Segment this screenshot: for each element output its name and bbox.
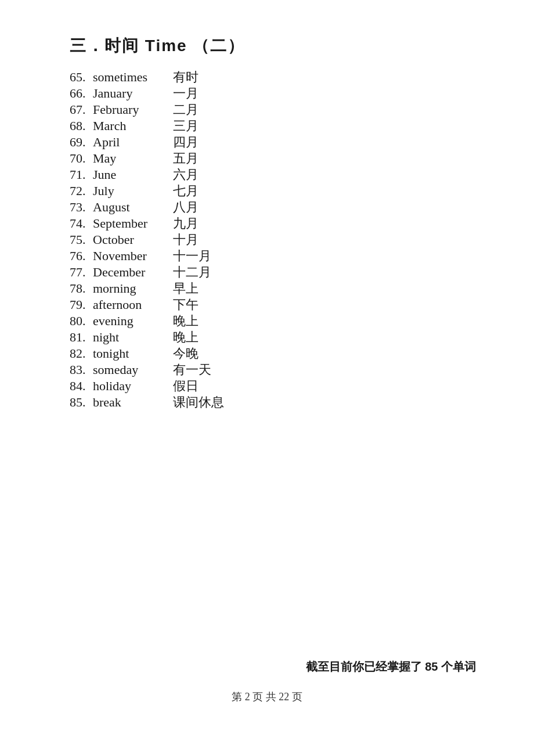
vocab-number: 84. bbox=[70, 380, 93, 393]
vocab-english: someday bbox=[93, 363, 168, 376]
footer-summary: 截至目前你已经掌握了 85 个单词 bbox=[306, 659, 476, 675]
vocab-item: 66.January一月 bbox=[70, 87, 476, 100]
vocab-english: evening bbox=[93, 315, 168, 327]
page-number: 第 2 页 共 22 页 bbox=[232, 690, 302, 704]
vocab-chinese: 晚上 bbox=[173, 331, 199, 344]
vocab-chinese: 今晚 bbox=[173, 347, 199, 360]
vocab-item: 65.sometimes有时 bbox=[70, 71, 476, 84]
vocab-item: 76.November十一月 bbox=[70, 250, 476, 262]
vocab-english: July bbox=[93, 185, 168, 197]
vocab-english: November bbox=[93, 250, 168, 262]
vocab-chinese: 十一月 bbox=[173, 250, 211, 262]
vocab-number: 67. bbox=[70, 103, 93, 116]
vocab-chinese: 一月 bbox=[173, 87, 199, 100]
vocab-english: night bbox=[93, 331, 168, 344]
vocab-english: March bbox=[93, 120, 168, 132]
vocab-chinese: 八月 bbox=[173, 201, 199, 214]
vocab-chinese: 十二月 bbox=[173, 266, 211, 279]
section-title: 三．时间 Time （二） bbox=[70, 35, 476, 57]
vocab-chinese: 七月 bbox=[173, 185, 199, 197]
vocab-number: 71. bbox=[70, 168, 93, 181]
vocab-chinese: 晚上 bbox=[173, 315, 199, 327]
vocab-english: break bbox=[93, 396, 168, 409]
vocab-number: 69. bbox=[70, 136, 93, 149]
vocab-number: 78. bbox=[70, 282, 93, 295]
vocab-item: 72.July七月 bbox=[70, 185, 476, 197]
vocab-item: 84.holiday假日 bbox=[70, 380, 476, 393]
vocab-number: 77. bbox=[70, 266, 93, 279]
vocab-english: June bbox=[93, 168, 168, 181]
vocab-number: 76. bbox=[70, 250, 93, 262]
vocab-chinese: 有一天 bbox=[173, 363, 211, 376]
vocab-english: holiday bbox=[93, 380, 168, 393]
vocab-item: 79.afternoon下午 bbox=[70, 298, 476, 311]
vocab-item: 67.February二月 bbox=[70, 103, 476, 116]
vocab-english: April bbox=[93, 136, 168, 149]
vocab-english: sometimes bbox=[93, 71, 168, 84]
vocab-number: 66. bbox=[70, 87, 93, 100]
vocab-english: September bbox=[93, 217, 168, 230]
vocab-chinese: 四月 bbox=[173, 136, 199, 149]
vocab-item: 69.April四月 bbox=[70, 136, 476, 149]
vocab-number: 80. bbox=[70, 315, 93, 327]
vocab-english: December bbox=[93, 266, 168, 279]
vocab-number: 79. bbox=[70, 298, 93, 311]
vocab-number: 82. bbox=[70, 347, 93, 360]
vocab-english: October bbox=[93, 233, 168, 246]
vocab-number: 75. bbox=[70, 233, 93, 246]
vocab-number: 68. bbox=[70, 120, 93, 132]
page-container: 三．时间 Time （二） 65.sometimes有时66.January一月… bbox=[0, 0, 534, 756]
vocab-list: 65.sometimes有时66.January一月67.February二月6… bbox=[70, 71, 476, 409]
vocab-chinese: 三月 bbox=[173, 120, 199, 132]
vocab-chinese: 二月 bbox=[173, 103, 199, 116]
vocab-item: 77.December十二月 bbox=[70, 266, 476, 279]
vocab-chinese: 九月 bbox=[173, 217, 199, 230]
vocab-number: 73. bbox=[70, 201, 93, 214]
vocab-number: 81. bbox=[70, 331, 93, 344]
vocab-item: 71.June六月 bbox=[70, 168, 476, 181]
vocab-item: 75.October十月 bbox=[70, 233, 476, 246]
vocab-english: February bbox=[93, 103, 168, 116]
vocab-english: May bbox=[93, 152, 168, 165]
vocab-chinese: 五月 bbox=[173, 152, 199, 165]
vocab-english: January bbox=[93, 87, 168, 100]
vocab-chinese: 有时 bbox=[173, 71, 199, 84]
vocab-item: 73.August八月 bbox=[70, 201, 476, 214]
vocab-number: 72. bbox=[70, 185, 93, 197]
vocab-number: 70. bbox=[70, 152, 93, 165]
vocab-chinese: 十月 bbox=[173, 233, 199, 246]
vocab-number: 65. bbox=[70, 71, 93, 84]
vocab-item: 81.night晚上 bbox=[70, 331, 476, 344]
vocab-item: 82.tonight今晚 bbox=[70, 347, 476, 360]
vocab-item: 83.someday有一天 bbox=[70, 363, 476, 376]
vocab-item: 70.May五月 bbox=[70, 152, 476, 165]
vocab-item: 68.March三月 bbox=[70, 120, 476, 132]
vocab-chinese: 下午 bbox=[173, 298, 199, 311]
vocab-chinese: 早上 bbox=[173, 282, 199, 295]
vocab-chinese: 假日 bbox=[173, 380, 199, 393]
vocab-english: morning bbox=[93, 282, 168, 295]
vocab-chinese: 六月 bbox=[173, 168, 199, 181]
vocab-item: 85.break课间休息 bbox=[70, 396, 476, 409]
vocab-item: 80.evening晚上 bbox=[70, 315, 476, 327]
vocab-english: tonight bbox=[93, 347, 168, 360]
vocab-number: 85. bbox=[70, 396, 93, 409]
vocab-number: 74. bbox=[70, 217, 93, 230]
vocab-number: 83. bbox=[70, 363, 93, 376]
vocab-english: August bbox=[93, 201, 168, 214]
vocab-english: afternoon bbox=[93, 298, 168, 311]
vocab-item: 74.September九月 bbox=[70, 217, 476, 230]
vocab-chinese: 课间休息 bbox=[173, 396, 224, 409]
vocab-item: 78.morning早上 bbox=[70, 282, 476, 295]
